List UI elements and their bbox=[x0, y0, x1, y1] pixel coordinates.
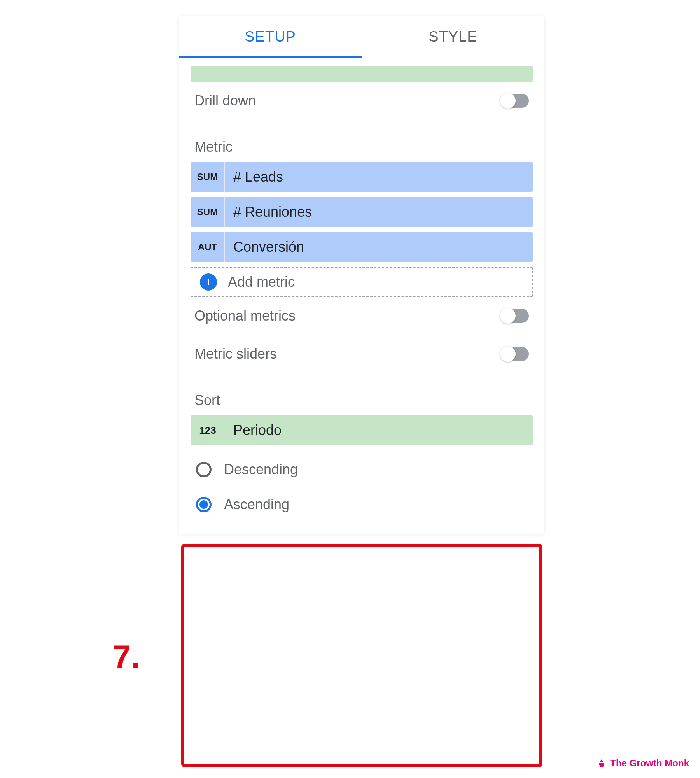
radio-checked-icon bbox=[196, 497, 212, 512]
aggregation-badge: AUT bbox=[191, 232, 225, 262]
sort-descending-radio[interactable]: Descending bbox=[179, 452, 544, 487]
optional-metrics-row: Optional metrics bbox=[179, 297, 544, 335]
tab-bar: SETUP STYLE bbox=[179, 16, 544, 58]
optional-metrics-toggle[interactable] bbox=[501, 309, 529, 323]
metric-section-title: Metric bbox=[179, 128, 544, 162]
panel-content: Drill down Metric SUM # Leads SUM # Reun… bbox=[179, 66, 544, 534]
tab-setup[interactable]: SETUP bbox=[179, 16, 362, 58]
drill-down-row: Drill down bbox=[179, 82, 544, 120]
radio-label: Descending bbox=[212, 461, 298, 478]
drill-down-label: Drill down bbox=[194, 93, 256, 109]
setup-panel: SETUP STYLE Drill down Metric SUM # Lead… bbox=[179, 16, 544, 534]
metric-label: Conversión bbox=[225, 239, 304, 255]
tutorial-highlight-box bbox=[181, 544, 542, 767]
toggle-knob bbox=[500, 308, 516, 324]
sort-field-label: Periodo bbox=[225, 422, 282, 438]
watermark-text: The Growth Monk bbox=[610, 758, 689, 769]
metric-label: # Leads bbox=[225, 169, 283, 185]
sort-field-chip[interactable]: 123 Periodo bbox=[191, 415, 533, 445]
drill-down-toggle[interactable] bbox=[501, 94, 529, 108]
metric-sliders-toggle[interactable] bbox=[501, 347, 529, 361]
divider bbox=[179, 124, 544, 124]
dimension-type-icon bbox=[191, 66, 224, 82]
watermark-icon bbox=[597, 759, 606, 768]
metric-sliders-row: Metric sliders bbox=[179, 335, 544, 373]
metric-label: # Reuniones bbox=[225, 204, 312, 220]
field-type-icon: 123 bbox=[191, 415, 225, 445]
aggregation-badge: SUM bbox=[191, 162, 225, 192]
metric-sliders-label: Metric sliders bbox=[194, 346, 277, 362]
toggle-knob bbox=[500, 346, 516, 362]
metric-chip-conversion[interactable]: AUT Conversión bbox=[191, 232, 533, 262]
sort-ascending-radio[interactable]: Ascending bbox=[179, 487, 544, 522]
metric-chip-leads[interactable]: SUM # Leads bbox=[191, 162, 533, 192]
radio-unchecked-icon bbox=[196, 462, 212, 477]
watermark: The Growth Monk bbox=[597, 758, 689, 769]
tutorial-step-number: 7. bbox=[113, 638, 140, 676]
add-metric-label: Add metric bbox=[217, 274, 295, 290]
sort-section-title: Sort bbox=[179, 381, 544, 415]
plus-icon bbox=[200, 273, 217, 291]
aggregation-badge: SUM bbox=[191, 197, 225, 227]
toggle-knob bbox=[500, 93, 516, 109]
radio-label: Ascending bbox=[212, 496, 289, 513]
metric-chip-reuniones[interactable]: SUM # Reuniones bbox=[191, 197, 533, 227]
optional-metrics-label: Optional metrics bbox=[194, 308, 296, 324]
tab-style[interactable]: STYLE bbox=[362, 16, 544, 58]
dimension-chip-partial[interactable] bbox=[191, 66, 533, 82]
divider bbox=[179, 377, 544, 377]
add-metric-button[interactable]: Add metric bbox=[191, 267, 533, 297]
